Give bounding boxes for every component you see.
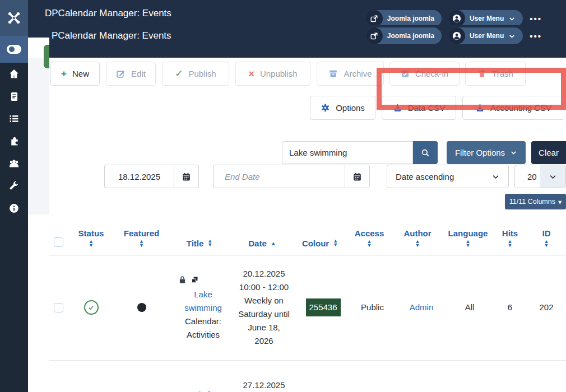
options-button[interactable]: Options [310, 96, 375, 120]
published-status-icon[interactable] [84, 300, 99, 315]
sort-icon[interactable]: ▲▼ [508, 240, 513, 248]
page-title: DPCalendar Manager: Events [45, 8, 171, 19]
events-table: Status ▲▼ Featured ▲▼ Title ▲▼ Date ▲ Co… [49, 214, 566, 392]
download-icon [475, 103, 485, 113]
event-calendar-label: Calendar: Activities [178, 315, 229, 342]
toolbar: + New Edit ✓ Publish × Unpublish Archive… [49, 58, 566, 129]
sidebar-item-toggle[interactable] [0, 36, 28, 63]
check-in-icon [401, 69, 410, 78]
joomla-site-link-2[interactable]: Joomla joomla [366, 27, 442, 44]
edit-button[interactable]: Edit [106, 62, 156, 86]
sidebar-item-users[interactable] [0, 152, 28, 175]
date-header-label: Date [248, 239, 267, 248]
column-header-date[interactable]: Date ▲ [231, 214, 294, 255]
home-icon [8, 68, 20, 80]
author-link[interactable]: Admin [410, 302, 434, 312]
accounting-csv-button-label: Accounting CSV [490, 103, 551, 113]
archive-button[interactable]: Archive [317, 62, 384, 86]
trash-button[interactable]: Trash [465, 62, 526, 86]
sort-select[interactable]: Date ascending [387, 165, 509, 188]
sort-icon[interactable]: ▲▼ [89, 240, 94, 248]
search-button[interactable] [413, 141, 438, 164]
column-header-title[interactable]: Title ▲▼ [168, 214, 231, 255]
column-header-language[interactable]: Language ▲▼ [443, 214, 493, 255]
events-list-panel: Filter Options Clear Date ascending 20 [49, 129, 566, 392]
columns-toggle-button[interactable]: 11/11 Columns ▾ [505, 194, 566, 209]
search-icon [420, 148, 430, 158]
users-icon [8, 157, 20, 170]
header-actions-row2: Joomla joomla User Menu ••• [366, 27, 542, 44]
colour-badge[interactable]: 255436 [306, 298, 341, 316]
column-header-colour[interactable]: Colour ▲▼ [294, 214, 346, 255]
unpublish-button[interactable]: × Unpublish [235, 62, 310, 86]
chevron-down-icon [491, 172, 500, 181]
access-header-label: Access [355, 228, 384, 238]
sort-ascending-icon[interactable]: ▲ [271, 240, 276, 246]
column-header-featured[interactable]: Featured ▲▼ [115, 214, 168, 255]
publish-button[interactable]: ✓ Publish [162, 62, 229, 86]
column-header-hits[interactable]: Hits ▲▼ [493, 214, 527, 255]
start-date-calendar-button[interactable] [174, 165, 199, 188]
limit-select[interactable]: 20 [514, 165, 566, 188]
search-input[interactable] [282, 141, 413, 164]
sort-icon[interactable]: ▲▼ [367, 240, 372, 248]
column-header-id[interactable]: ID ▲▼ [527, 214, 566, 255]
colour-header-label: Colour [302, 239, 329, 248]
sidebar-item-components[interactable] [0, 130, 28, 152]
publish-button-label: Publish [189, 69, 216, 78]
puzzle-icon [8, 136, 20, 147]
select-all-checkbox[interactable] [54, 237, 63, 247]
event-date-cell: 27.12.2025 10:00 - [231, 360, 294, 392]
more-options-button[interactable]: ••• [530, 14, 542, 24]
sidebar-item-help[interactable] [0, 197, 28, 220]
column-header-author[interactable]: Author ▲▼ [392, 214, 443, 255]
sort-icon[interactable]: ▲▼ [466, 240, 471, 248]
external-link-icon [366, 27, 383, 44]
event-date-time: 20.12.2025 10:00 - 12:00 [238, 267, 290, 294]
column-header-access[interactable]: Access ▲▼ [346, 214, 392, 255]
sort-icon[interactable]: ▲▼ [333, 239, 338, 248]
event-title-link[interactable]: Lake swimming [178, 288, 229, 315]
sidebar-item-articles[interactable] [0, 85, 28, 108]
filter-options-button[interactable]: Filter Options [447, 141, 526, 164]
sort-icon[interactable]: ▲▼ [544, 240, 549, 248]
sidebar-item-menus[interactable] [0, 108, 28, 130]
column-header-status[interactable]: Status ▲▼ [67, 214, 115, 255]
calendar-icon [352, 172, 362, 181]
sort-icon[interactable]: ▲▼ [207, 239, 212, 248]
featured-indicator[interactable] [137, 303, 146, 312]
wrench-icon [8, 180, 20, 192]
row-checkbox[interactable] [54, 303, 63, 312]
start-date-input[interactable] [104, 165, 174, 188]
header-actions-row1: Joomla joomla User Menu ••• [366, 10, 542, 27]
joomla-site-link[interactable]: Joomla joomla [366, 10, 442, 27]
event-title-link[interactable]: Lake swimming [187, 388, 229, 392]
more-options-button-2[interactable]: ••• [530, 31, 542, 41]
end-date-calendar-button[interactable] [345, 165, 370, 188]
check-in-button[interactable]: Check-in [389, 62, 460, 86]
toggle-icon [7, 45, 21, 54]
language-header-label: Language [448, 228, 488, 238]
accounting-csv-button[interactable]: Accounting CSV [462, 96, 564, 120]
event-date-cell: 20.12.2025 10:00 - 12:00 Weekly on Satur… [231, 255, 294, 360]
chevron-down-icon [508, 15, 516, 22]
data-csv-button[interactable]: Data CSV [382, 96, 456, 120]
end-date-input[interactable] [213, 165, 345, 188]
sidebar-item-system[interactable] [0, 175, 28, 197]
user-icon [448, 10, 465, 27]
sidebar [0, 0, 28, 392]
plus-icon: + [61, 69, 67, 78]
clear-button[interactable]: Clear [531, 141, 566, 164]
user-menu-label: User Menu [470, 32, 504, 40]
new-button[interactable]: + New [50, 62, 100, 86]
sort-icon[interactable]: ▲▼ [415, 240, 420, 248]
sidebar-item-home[interactable] [0, 63, 28, 85]
table-row: Lake swimming Calendar: Activities 20.12… [49, 255, 566, 360]
user-menu-button[interactable]: User Menu [448, 10, 523, 27]
sort-icon[interactable]: ▲▼ [139, 240, 144, 248]
user-menu-button-2[interactable]: User Menu [448, 27, 523, 44]
limit-select-value: 20 [515, 172, 540, 181]
featured-header-label: Featured [124, 228, 159, 238]
id-cell: 202 [527, 255, 566, 360]
edit-button-label: Edit [131, 69, 146, 78]
